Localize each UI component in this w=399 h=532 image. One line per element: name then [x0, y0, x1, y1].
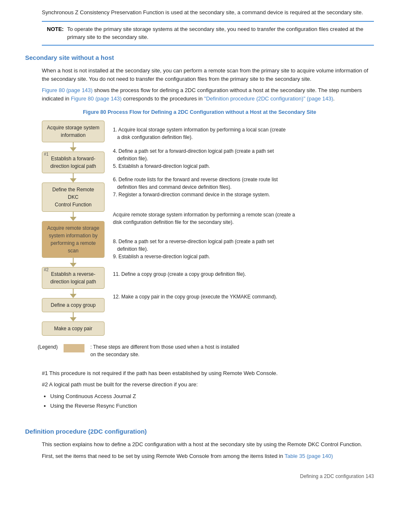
step-text-3: 6. Define route lists for the forward an…	[113, 176, 278, 198]
step-text-7: 12. Make a copy pair in the copy group (…	[113, 293, 277, 301]
step-row-4: Acquire remote storage system informatio…	[113, 202, 374, 235]
footnote1: #1 This procedure is not required if the…	[42, 369, 374, 378]
step-text-1: 1. Acquire local storage system informat…	[113, 126, 286, 141]
arrow-line-6	[73, 312, 74, 317]
step-row-7: 12. Make a copy pair in the copy group (…	[113, 285, 374, 308]
section2-heading: Definition procedure (2DC configuration)	[25, 427, 374, 437]
step-text-2: 4. Define a path set for a forward-direc…	[113, 147, 274, 170]
bullet-list: Using Continuous Access Journal Z Using …	[50, 392, 374, 410]
connector-3	[70, 212, 77, 221]
step-row-6: 11. Define a copy group (create a copy g…	[113, 263, 374, 285]
arrow-down-5	[70, 294, 77, 298]
legend-text: : These steps are different from those u…	[90, 343, 239, 358]
section1-para1: When a host is not installed at the seco…	[42, 67, 374, 83]
bullet-item-2: Using the Reverse Resync Function	[50, 402, 374, 410]
diagram-box-6: Define a copy group	[42, 298, 105, 312]
arrow-down-6	[70, 317, 77, 321]
step-row-1: 1. Acquire local storage system informat…	[113, 122, 374, 145]
connector-5	[70, 289, 77, 298]
diagram-box-2: #1 Establish a forward-direction logical…	[42, 152, 105, 173]
def-proc-link[interactable]: "Definition procedure (2DC configuration…	[204, 95, 333, 102]
arrow-down	[70, 147, 77, 152]
step-row-2: 4. Define a path set for a forward-direc…	[113, 145, 374, 172]
section1-para2: Figure 80 (page 143) shows the process f…	[42, 86, 374, 103]
step-text-6: 11. Define a copy group (create a copy g…	[113, 270, 246, 278]
box2-label: #1	[44, 151, 49, 157]
step-text-5: 8. Define a path set for a reverse-direc…	[113, 238, 274, 260]
arrow-line	[73, 142, 74, 147]
step-row-5: 8. Define a path set for a reverse-direc…	[113, 235, 374, 263]
arrow-line-4	[73, 258, 74, 263]
arrow-line-5	[73, 289, 74, 294]
arrow-line-2	[73, 173, 74, 178]
step-text-4: Acquire remote storage system informatio…	[113, 211, 295, 226]
diagram-right: 1. Acquire local storage system informat…	[113, 121, 374, 308]
footnote2: #2 A logical path must be built for the …	[42, 380, 374, 389]
arrow-down-3	[70, 217, 77, 221]
figure-heading: Figure 80 Process Flow for Defining a 2D…	[25, 108, 374, 116]
note-box: NOTE: To operate the primary site storag…	[42, 21, 374, 46]
page-footer: Defining a 2DC configuration 143	[25, 473, 374, 480]
arrow-line-3	[73, 212, 74, 217]
diagram-box-7: Make a copy pair	[42, 321, 105, 336]
legend-swatch	[64, 344, 84, 352]
table35-link[interactable]: Table 35 (page 140)	[284, 453, 333, 459]
section2-para1: This section explains how to define a 2D…	[42, 440, 374, 449]
box5-label: #2	[44, 267, 49, 273]
connector-1	[70, 142, 77, 152]
arrow-down-4	[70, 263, 77, 267]
connector-6	[70, 312, 77, 321]
fig80-link1[interactable]: Figure 80 (page 143)	[42, 87, 92, 93]
diagram-box-4: Acquire remote storagesystem information…	[42, 221, 105, 258]
diagram-left: Acquire storage systeminformation #1 Est…	[38, 121, 109, 336]
diagram-box-5: #2 Establish a reverse-direction logical…	[42, 267, 105, 289]
diagram-container: Acquire storage systeminformation #1 Est…	[38, 121, 374, 336]
step-row-3: 6. Define route lists for the forward an…	[113, 172, 374, 202]
bullet-item-1: Using Continuous Access Journal Z	[50, 392, 374, 401]
section2-para2: First, set the items that need to be set…	[42, 452, 374, 460]
legend-label: (Legend)	[38, 343, 58, 351]
diagram-box-3: Define the Remote DKCControl Function	[42, 182, 105, 212]
fig80-link2[interactable]: Figure 80 (page 143)	[71, 95, 121, 102]
connector-2	[70, 173, 77, 182]
note-label: NOTE:	[47, 25, 64, 41]
intro-paragraph: Synchronous Z Consistency Preservation F…	[42, 8, 374, 17]
arrow-down-2	[70, 178, 77, 182]
legend-area: (Legend) : These steps are different fro…	[38, 343, 374, 358]
note-text: To operate the primary site storage syst…	[67, 25, 369, 41]
connector-4	[70, 258, 77, 267]
diagram-box-1: Acquire storage systeminformation	[42, 121, 105, 142]
section1-heading: Secondary site without a host	[25, 53, 374, 63]
